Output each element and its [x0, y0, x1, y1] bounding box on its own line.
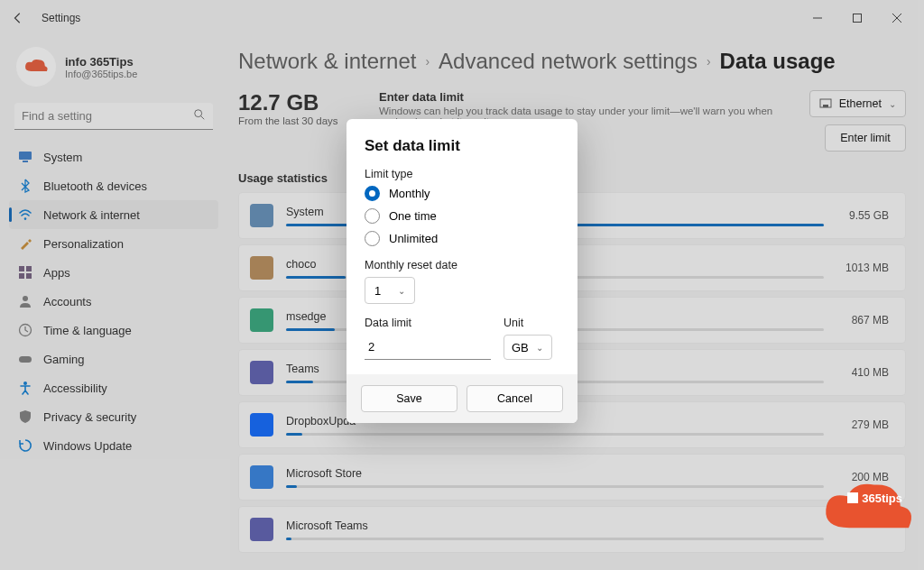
radio-monthly[interactable]: Monthly: [365, 186, 559, 201]
cancel-button[interactable]: Cancel: [467, 385, 563, 412]
data-limit-label: Data limit: [365, 317, 491, 329]
limit-type-label: Limit type: [365, 168, 559, 180]
unit-label: Unit: [504, 317, 552, 329]
reset-date-select[interactable]: 1 ⌄: [365, 277, 415, 304]
watermark-text: 365tips: [847, 492, 902, 505]
radio-unlimited[interactable]: Unlimited: [365, 231, 559, 246]
set-data-limit-dialog: Set data limit Limit type Monthly One ti…: [346, 119, 578, 423]
chevron-down-icon: ⌄: [398, 286, 405, 296]
watermark: 365tips: [819, 478, 919, 545]
save-button[interactable]: Save: [361, 385, 457, 412]
reset-date-label: Monthly reset date: [365, 259, 559, 271]
radio-icon: [365, 186, 380, 201]
radio-one-time[interactable]: One time: [365, 208, 559, 224]
chevron-down-icon: ⌄: [536, 343, 543, 353]
radio-icon: [365, 208, 380, 224]
radio-icon: [365, 231, 380, 246]
dialog-title: Set data limit: [365, 137, 559, 155]
data-limit-input[interactable]: [365, 335, 491, 360]
unit-select[interactable]: GB ⌄: [504, 335, 552, 360]
